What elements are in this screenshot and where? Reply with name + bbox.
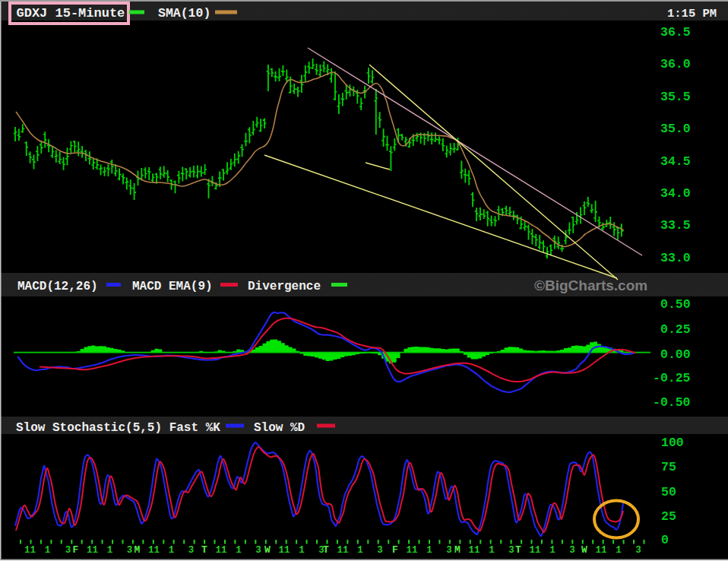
svg-text:33.0: 33.0 xyxy=(660,251,691,265)
svg-text:T: T xyxy=(323,544,329,556)
svg-text:0: 0 xyxy=(661,533,669,547)
svg-text:T: T xyxy=(201,544,207,556)
svg-text:11: 11 xyxy=(337,545,348,556)
svg-text:W: W xyxy=(264,544,271,556)
svg-text:1: 1 xyxy=(236,545,242,556)
svg-text:3: 3 xyxy=(127,545,133,556)
svg-text:11: 11 xyxy=(468,545,480,556)
svg-text:©BigCharts.com: ©BigCharts.com xyxy=(534,277,647,293)
svg-text:3: 3 xyxy=(508,545,514,556)
svg-text:1: 1 xyxy=(299,545,305,556)
svg-text:35.0: 35.0 xyxy=(660,122,691,136)
svg-text:Slow Stochastic(5,5) Fast %K: Slow Stochastic(5,5) Fast %K xyxy=(16,421,220,435)
svg-text:-0.25: -0.25 xyxy=(653,371,691,385)
svg-text:M: M xyxy=(454,544,461,556)
svg-text:1: 1 xyxy=(426,545,432,556)
svg-text:11: 11 xyxy=(278,545,290,556)
svg-text:11: 11 xyxy=(529,545,540,556)
svg-text:3: 3 xyxy=(635,545,641,556)
svg-text:1: 1 xyxy=(489,545,495,556)
svg-text:0.25: 0.25 xyxy=(660,322,691,337)
svg-text:1: 1 xyxy=(45,545,51,556)
svg-text:34.5: 34.5 xyxy=(660,154,691,169)
svg-text:25: 25 xyxy=(661,509,676,524)
svg-text:33.5: 33.5 xyxy=(660,218,691,233)
svg-text:1: 1 xyxy=(357,545,363,556)
svg-text:1: 1 xyxy=(107,545,113,556)
svg-text:36.5: 36.5 xyxy=(660,25,691,40)
svg-text:1: 1 xyxy=(616,545,622,556)
svg-text:SMA(10): SMA(10) xyxy=(158,6,210,21)
svg-text:W: W xyxy=(581,544,587,556)
svg-text:11: 11 xyxy=(215,545,226,556)
svg-text:M: M xyxy=(135,544,141,556)
svg-text:35.5: 35.5 xyxy=(660,90,691,104)
svg-text:3: 3 xyxy=(65,545,71,556)
svg-text:1: 1 xyxy=(169,545,175,556)
svg-text:3: 3 xyxy=(188,545,195,556)
svg-text:11: 11 xyxy=(148,545,160,556)
svg-text:36.0: 36.0 xyxy=(660,57,691,71)
svg-text:11: 11 xyxy=(87,545,98,556)
svg-text:100: 100 xyxy=(661,436,684,450)
svg-text:MACD EMA(9): MACD EMA(9) xyxy=(132,280,213,293)
svg-text:GDXJ 15-Minute: GDXJ 15-Minute xyxy=(17,6,125,21)
svg-text:3: 3 xyxy=(377,545,383,556)
svg-text:11: 11 xyxy=(406,545,417,556)
svg-text:3: 3 xyxy=(255,545,261,556)
svg-text:50: 50 xyxy=(661,485,676,499)
svg-text:T: T xyxy=(515,544,521,556)
svg-text:3: 3 xyxy=(446,545,452,556)
svg-text:-0.50: -0.50 xyxy=(653,395,691,410)
svg-text:11: 11 xyxy=(595,545,606,556)
svg-text:F: F xyxy=(73,544,79,556)
svg-text:0.50: 0.50 xyxy=(660,297,691,312)
svg-text:MACD(12,26): MACD(12,26) xyxy=(17,280,98,293)
svg-text:1:15 PM: 1:15 PM xyxy=(667,7,717,21)
svg-text:34.0: 34.0 xyxy=(660,186,691,201)
svg-text:3: 3 xyxy=(569,545,575,556)
svg-text:11: 11 xyxy=(24,545,36,556)
svg-text:1: 1 xyxy=(549,545,555,556)
svg-text:0.00: 0.00 xyxy=(660,347,691,362)
svg-text:Slow %D: Slow %D xyxy=(254,421,305,435)
svg-text:Divergence: Divergence xyxy=(248,280,321,293)
svg-text:F: F xyxy=(392,544,398,556)
svg-text:75: 75 xyxy=(661,460,676,474)
